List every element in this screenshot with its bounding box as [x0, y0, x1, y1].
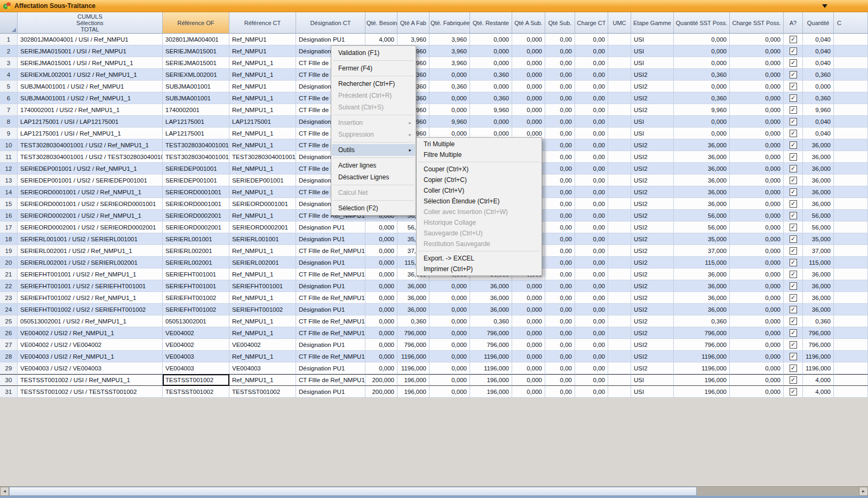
- cell-qsst[interactable]: 36,000: [674, 304, 730, 315]
- cell-asub[interactable]: 0,000: [512, 45, 545, 57]
- cell-a[interactable]: ✓: [784, 92, 803, 104]
- cell-besoin[interactable]: 0,000: [365, 292, 397, 304]
- menu-item-restitution-sauvegarde[interactable]: Restitution Sauvegarde: [417, 239, 541, 249]
- cell-chsst[interactable]: 0,000: [730, 69, 784, 81]
- cell-asub[interactable]: 0,000: [512, 351, 545, 362]
- cell-qsub[interactable]: 0,00: [545, 116, 575, 128]
- cell-a[interactable]: ✓: [784, 198, 803, 210]
- checkbox-checked-icon[interactable]: ✓: [790, 59, 797, 67]
- cell-of[interactable]: SERIEFHT001002: [163, 304, 229, 315]
- cell-cx[interactable]: [834, 233, 868, 245]
- cell-chsst[interactable]: 0,000: [730, 268, 784, 280]
- cell-etape[interactable]: USI2: [631, 69, 674, 81]
- cell-a[interactable]: ✓: [784, 175, 803, 186]
- cell-qsst[interactable]: 0,000: [674, 45, 730, 57]
- row-number[interactable]: 3: [0, 57, 18, 69]
- cell-umc[interactable]: [608, 116, 631, 128]
- menu-item-filtre-multiple[interactable]: Filtre Multiple: [417, 149, 541, 160]
- cell-chsst[interactable]: 0,000: [730, 45, 784, 57]
- cell-qte[interactable]: 4,000: [803, 374, 834, 386]
- cell-des[interactable]: CT FIlle de Ref_NMPU1: [296, 327, 365, 339]
- cell-etape[interactable]: USI2: [631, 292, 674, 304]
- cell-cumuls[interactable]: SERIEXML002001 / USI2 / Ref_NMPU1_1: [18, 69, 163, 81]
- cell-ct[interactable]: SERIEDEP001001: [229, 175, 296, 186]
- cell-chct[interactable]: 0,00: [575, 92, 608, 104]
- cell-umc[interactable]: [608, 233, 631, 245]
- cell-umc[interactable]: [608, 315, 631, 327]
- cell-umc[interactable]: [608, 339, 631, 351]
- row-number[interactable]: 22: [0, 280, 18, 292]
- cell-qsst[interactable]: 35,000: [674, 233, 730, 245]
- cell-qsst[interactable]: 0,000: [674, 34, 730, 45]
- checkbox-checked-icon[interactable]: ✓: [790, 71, 797, 78]
- checkbox-checked-icon[interactable]: ✓: [790, 282, 797, 290]
- cell-cumuls[interactable]: SERIEJMA015001 / USI / Ref_NMPU1_1: [18, 57, 163, 69]
- cell-chct[interactable]: 0,00: [575, 163, 608, 175]
- title-bar[interactable]: Affectation Sous-Traitance: [0, 0, 868, 12]
- cell-qte[interactable]: 1196,000: [803, 351, 834, 362]
- cell-qsst[interactable]: 196,000: [674, 374, 730, 386]
- cell-qsst[interactable]: 1196,000: [674, 351, 730, 362]
- cell-etape[interactable]: USI2: [631, 304, 674, 315]
- cell-a[interactable]: ✓: [784, 304, 803, 315]
- cell-des[interactable]: Désignation PU1: [296, 280, 365, 292]
- cell-chsst[interactable]: 0,000: [730, 386, 784, 398]
- row-number[interactable]: 6: [0, 92, 18, 104]
- cell-cx[interactable]: [834, 257, 868, 268]
- cell-asub[interactable]: 0,000: [512, 339, 545, 351]
- cell-qte[interactable]: 36,000: [803, 292, 834, 304]
- cell-umc[interactable]: [608, 139, 631, 151]
- cell-qsst[interactable]: 0,360: [674, 69, 730, 81]
- checkbox-checked-icon[interactable]: ✓: [790, 118, 797, 125]
- row-number[interactable]: 24: [0, 304, 18, 315]
- cell-umc[interactable]: [608, 92, 631, 104]
- cell-asub[interactable]: 0,000: [512, 104, 545, 116]
- row-number[interactable]: 10: [0, 139, 18, 151]
- cell-cx[interactable]: [834, 186, 868, 198]
- cell-umc[interactable]: [608, 374, 631, 386]
- cell-qsub[interactable]: 0,00: [545, 198, 575, 210]
- cell-qte[interactable]: 796,000: [803, 339, 834, 351]
- cell-rest[interactable]: 1196,000: [470, 351, 512, 362]
- cell-chsst[interactable]: 0,000: [730, 81, 784, 92]
- cell-qsub[interactable]: 0,00: [545, 104, 575, 116]
- column-header-umc[interactable]: UMC: [608, 12, 631, 34]
- cell-a[interactable]: ✓: [784, 374, 803, 386]
- cell-besoin[interactable]: 0,000: [365, 351, 397, 362]
- cell-qsub[interactable]: 0,00: [545, 151, 575, 163]
- cell-ct[interactable]: Ref_NMPU1_1: [229, 69, 296, 81]
- menu-item-s-lection-f2[interactable]: Sélection (F2): [332, 202, 415, 214]
- cell-chct[interactable]: 0,00: [575, 315, 608, 327]
- cell-des[interactable]: Désignation PU1: [296, 222, 365, 233]
- cell-umc[interactable]: [608, 186, 631, 198]
- cell-cumuls[interactable]: TESTSST001002 / USI / Ref_NMPU1_1: [18, 374, 163, 386]
- cell-of[interactable]: VE004002: [163, 339, 229, 351]
- cell-fabq[interactable]: 0,000: [429, 386, 470, 398]
- menu-item-insertion[interactable]: Insertion▸: [332, 117, 415, 129]
- column-header-asub[interactable]: Qté A Sub.: [512, 12, 545, 34]
- cell-cumuls[interactable]: SERIEFHT001001 / USI2 / Ref_NMPU1_1: [18, 268, 163, 280]
- cell-qsub[interactable]: 0,00: [545, 81, 575, 92]
- row-number[interactable]: 17: [0, 222, 18, 233]
- cell-umc[interactable]: [608, 198, 631, 210]
- column-header-besoin[interactable]: Qté. Besoin: [365, 12, 397, 34]
- cell-chsst[interactable]: 0,000: [730, 280, 784, 292]
- cell-cumuls[interactable]: SUBJMA001001 / USI2 / Ref_NMPU1_1: [18, 92, 163, 104]
- row-number[interactable]: 21: [0, 268, 18, 280]
- cell-qte[interactable]: 0,000: [803, 81, 834, 92]
- cell-qsst[interactable]: 36,000: [674, 280, 730, 292]
- cell-cumuls[interactable]: SERIEFHT001002 / USI2 / SERIEFHT001002: [18, 304, 163, 315]
- cell-qsst[interactable]: 36,000: [674, 198, 730, 210]
- cell-chct[interactable]: 0,00: [575, 210, 608, 222]
- cell-chsst[interactable]: 0,000: [730, 304, 784, 315]
- cell-qsub[interactable]: 0,00: [545, 139, 575, 151]
- cell-etape[interactable]: USI2: [631, 268, 674, 280]
- cell-besoin[interactable]: 0,000: [365, 268, 397, 280]
- cell-asub[interactable]: 0,000: [512, 362, 545, 374]
- cell-etape[interactable]: USI2: [631, 151, 674, 163]
- cell-asub[interactable]: 0,000: [512, 92, 545, 104]
- cell-cumuls[interactable]: LAP12175001 / USI / Ref_NMPU1_1: [18, 128, 163, 139]
- cell-chct[interactable]: 0,00: [575, 69, 608, 81]
- cell-fabq[interactable]: 0,360: [429, 81, 470, 92]
- cell-cumuls[interactable]: 050513002001 / USI2 / Ref_NMPU1_1: [18, 315, 163, 327]
